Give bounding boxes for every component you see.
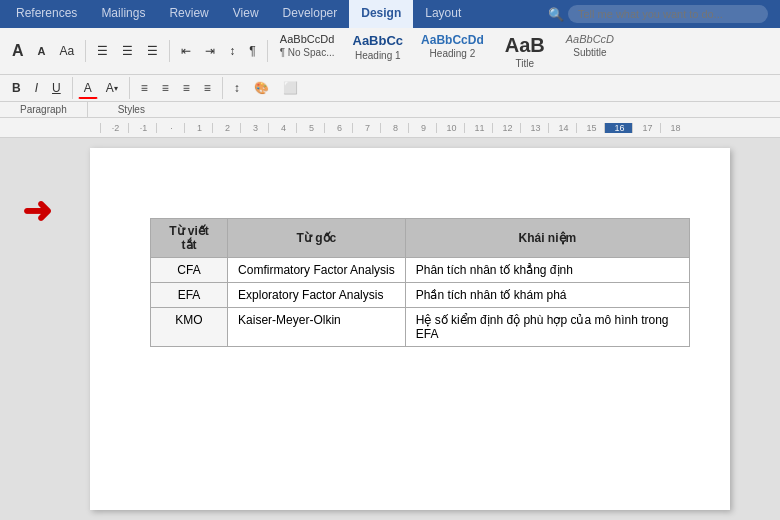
- ruler-tick: 5: [296, 123, 324, 133]
- style-h2-preview: AaBbCcDd: [421, 33, 484, 47]
- style-subtitle-label: Subtitle: [573, 47, 606, 58]
- highlight-btn[interactable]: A▾: [100, 78, 124, 98]
- separator5: [129, 77, 130, 99]
- style-heading1[interactable]: AaBbCc Heading 1: [346, 30, 411, 72]
- ruler-tick: 15: [576, 123, 604, 133]
- cell-term-efa: Exploratory Factor Analysis: [228, 283, 406, 308]
- ruler-tick: 7: [352, 123, 380, 133]
- style-h1-preview: AaBbCc: [353, 33, 404, 49]
- style-title[interactable]: AaB Title: [495, 30, 555, 72]
- table-row: EFA Exploratory Factor Analysis Phần tíc…: [151, 283, 690, 308]
- ruler-tick: 6: [324, 123, 352, 133]
- ruler-tick: ·: [156, 123, 184, 133]
- font-size-decrease-btn[interactable]: A: [32, 42, 52, 60]
- ruler-tick: 8: [380, 123, 408, 133]
- tab-view[interactable]: View: [221, 0, 271, 28]
- ruler: ·2 ·1 · 1 2 3 4 5 6 7 8 9 10 11 12 13 14…: [0, 118, 780, 138]
- bullet-list-btn[interactable]: ☰: [91, 41, 114, 61]
- line-spacing-btn[interactable]: ↕: [228, 78, 246, 98]
- ruler-tick: 9: [408, 123, 436, 133]
- ribbon-search-area: 🔍: [548, 0, 768, 28]
- cell-concept-cfa: Phân tích nhân tố khẳng định: [405, 258, 689, 283]
- ruler-tick: 17: [632, 123, 660, 133]
- abbreviation-table: Từ viết tắt Từ gốc Khái niệm CFA Comfirm…: [150, 218, 690, 347]
- ruler-tick: ·2: [100, 123, 128, 133]
- separator6: [222, 77, 223, 99]
- ruler-tick: 14: [548, 123, 576, 133]
- style-nospace-preview: AaBbCcDd: [280, 33, 334, 46]
- justify-btn[interactable]: ≡: [198, 78, 217, 98]
- styles-area: AaBbCcDd ¶ No Spac... AaBbCc Heading 1 A…: [273, 30, 774, 72]
- decrease-indent-btn[interactable]: ⇤: [175, 41, 197, 61]
- search-icon: 🔍: [548, 7, 564, 22]
- sort-btn[interactable]: ↕: [223, 41, 241, 61]
- font-italic-btn[interactable]: I: [29, 78, 44, 98]
- cell-term-cfa: Comfirmatory Factor Analysis: [228, 258, 406, 283]
- cell-abbrev-efa: EFA: [151, 283, 228, 308]
- style-title-preview: AaB: [505, 33, 545, 57]
- arrow-indicator: ➜: [22, 193, 52, 229]
- app-window: References Mailings Review View Develope…: [0, 0, 780, 520]
- borders-btn[interactable]: ⬜: [277, 78, 304, 98]
- multilevel-list-btn[interactable]: ☰: [141, 41, 164, 61]
- table-row: CFA Comfirmatory Factor Analysis Phân tí…: [151, 258, 690, 283]
- tab-layout[interactable]: Layout: [413, 0, 473, 28]
- styles-group-label: Styles: [88, 102, 175, 117]
- cell-abbrev-kmo: KMO: [151, 308, 228, 347]
- toolbar-row2: B I U A A▾ ≡ ≡ ≡ ≡ ↕ 🎨 ⬜: [0, 75, 780, 102]
- cell-abbrev-cfa: CFA: [151, 258, 228, 283]
- align-right-btn[interactable]: ≡: [177, 78, 196, 98]
- style-subtitle[interactable]: AaBbCcD Subtitle: [559, 30, 621, 72]
- ruler-tick: 10: [436, 123, 464, 133]
- ruler-tick: 13: [520, 123, 548, 133]
- tab-references[interactable]: References: [4, 0, 89, 28]
- style-h1-label: Heading 1: [355, 50, 401, 61]
- increase-indent-btn[interactable]: ⇥: [199, 41, 221, 61]
- ruler-content: ·2 ·1 · 1 2 3 4 5 6 7 8 9 10 11 12 13 14…: [100, 123, 688, 133]
- show-para-btn[interactable]: ¶: [243, 41, 261, 61]
- ribbon-tabs: References Mailings Review View Develope…: [0, 0, 780, 28]
- document-area: ➜ ✛ Từ viết tắt Từ gốc Khái niệm: [0, 138, 780, 520]
- document-page: Từ viết tắt Từ gốc Khái niệm CFA Comfirm…: [90, 148, 730, 510]
- align-left-btn[interactable]: ≡: [135, 78, 154, 98]
- font-bold-btn[interactable]: B: [6, 78, 27, 98]
- style-nospace[interactable]: AaBbCcDd ¶ No Spac...: [273, 30, 342, 72]
- style-subtitle-preview: AaBbCcD: [566, 33, 614, 46]
- ruler-tick: 18: [660, 123, 688, 133]
- tab-review[interactable]: Review: [157, 0, 220, 28]
- font-underline-btn[interactable]: U: [46, 78, 67, 98]
- ruler-tick: 1: [184, 123, 212, 133]
- col-header-concept: Khái niệm: [405, 219, 689, 258]
- font-size-increase-btn[interactable]: A: [6, 39, 30, 63]
- cell-concept-kmo: Hệ số kiểm định độ phù hợp của mô hình t…: [405, 308, 689, 347]
- col-header-abbrev: Từ viết tắt: [151, 219, 228, 258]
- toolbar-row1: A A Aa ☰ ☰ ☰ ⇤ ⇥ ↕ ¶ AaBbCcDd ¶ No Spac.…: [0, 28, 780, 75]
- table-header-row: Từ viết tắt Từ gốc Khái niệm: [151, 219, 690, 258]
- separator4: [72, 77, 73, 99]
- separator2: [169, 40, 170, 62]
- group-labels: Paragraph Styles: [0, 102, 780, 118]
- style-nospace-label: ¶ No Spac...: [280, 47, 335, 58]
- shading-btn[interactable]: 🎨: [248, 78, 275, 98]
- ruler-tick: 3: [240, 123, 268, 133]
- tab-developer[interactable]: Developer: [271, 0, 350, 28]
- ruler-tick: 12: [492, 123, 520, 133]
- font-aa-btn[interactable]: Aa: [54, 41, 81, 61]
- tab-mailings[interactable]: Mailings: [89, 0, 157, 28]
- style-title-label: Title: [515, 58, 534, 69]
- ruler-tick: 11: [464, 123, 492, 133]
- separator1: [85, 40, 86, 62]
- ruler-tick: 16: [604, 123, 632, 133]
- cell-term-kmo: Kaiser-Meyer-Olkin: [228, 308, 406, 347]
- cell-concept-efa: Phần tích nhân tố khám phá: [405, 283, 689, 308]
- style-heading2[interactable]: AaBbCcDd Heading 2: [414, 30, 491, 72]
- ruler-tick: 2: [212, 123, 240, 133]
- align-center-btn[interactable]: ≡: [156, 78, 175, 98]
- numbered-list-btn[interactable]: ☰: [116, 41, 139, 61]
- tab-design[interactable]: Design: [349, 0, 413, 28]
- font-color-btn[interactable]: A: [78, 78, 98, 99]
- paragraph-group-label: Paragraph: [0, 102, 88, 117]
- red-arrow-icon: ➜: [22, 193, 52, 229]
- search-input[interactable]: [568, 5, 768, 23]
- ruler-tick: 4: [268, 123, 296, 133]
